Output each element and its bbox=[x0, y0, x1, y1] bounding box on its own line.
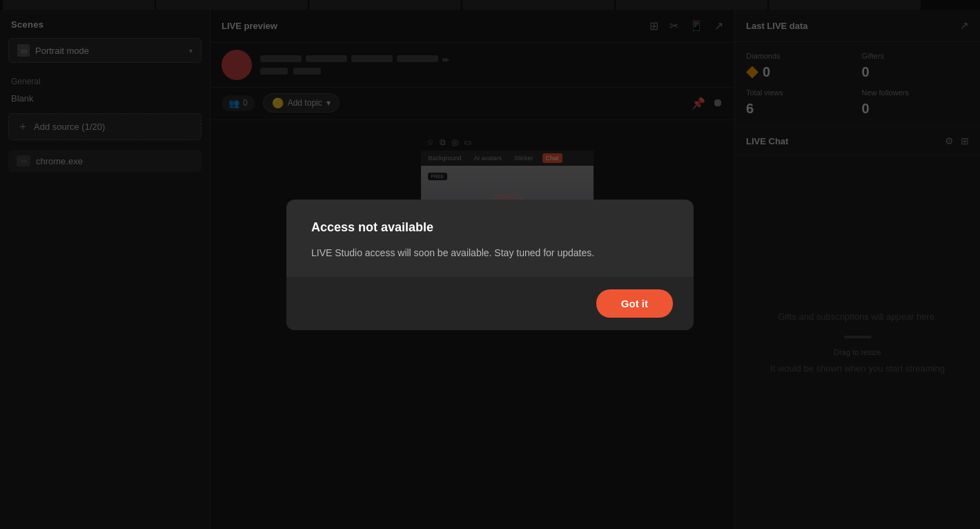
modal-title: Access not available bbox=[311, 220, 669, 235]
modal-message: LIVE Studio access will soon be availabl… bbox=[311, 246, 669, 260]
got-it-button[interactable]: Got it bbox=[596, 289, 673, 318]
modal-overlay: Access not available LIVE Studio access … bbox=[0, 0, 980, 529]
modal-footer: Got it bbox=[286, 277, 694, 330]
modal-body: Access not available LIVE Studio access … bbox=[286, 200, 694, 277]
modal-box: Access not available LIVE Studio access … bbox=[286, 200, 694, 330]
